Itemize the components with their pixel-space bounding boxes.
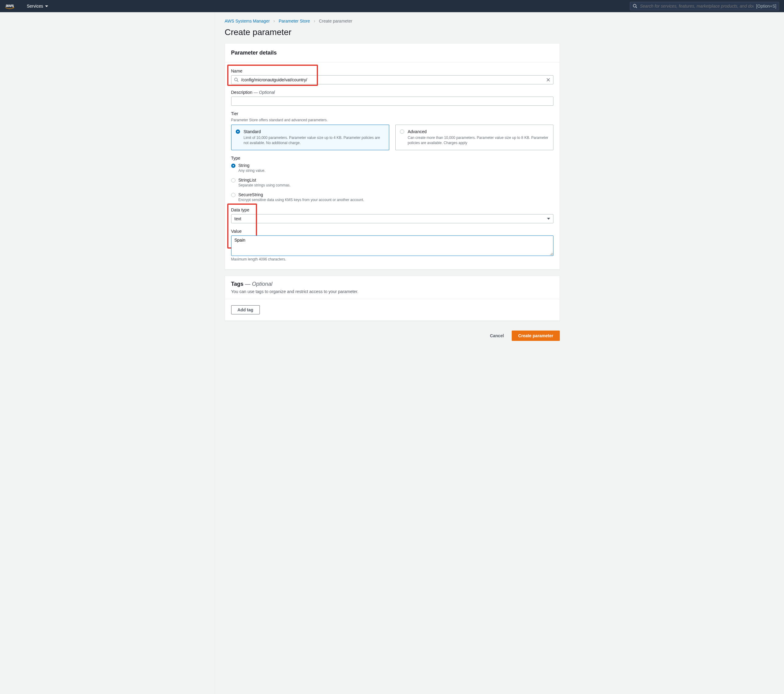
breadcrumb-chevron-icon: ›	[273, 18, 275, 24]
tags-optional: — Optional	[243, 281, 272, 287]
svg-line-3	[237, 81, 238, 82]
svg-line-1	[636, 7, 637, 8]
search-icon	[234, 77, 239, 82]
svg-point-0	[633, 4, 636, 7]
resize-handle-icon[interactable]	[550, 252, 552, 255]
name-label: Name	[231, 69, 553, 73]
add-tag-button[interactable]: Add tag	[231, 305, 260, 315]
type-stringlist-radio[interactable]: StringList Separate strings using commas…	[231, 178, 553, 187]
datatype-value: text	[234, 216, 242, 221]
global-search-input[interactable]	[640, 4, 754, 8]
radio-icon	[231, 163, 236, 168]
aws-logo[interactable]: aws	[5, 3, 15, 10]
cancel-button[interactable]: Cancel	[486, 331, 508, 341]
tier-advanced-card[interactable]: Advanced Can create more than 10,000 par…	[395, 125, 553, 150]
tier-advanced-desc: Can create more than 10,000 parameters. …	[408, 135, 549, 146]
footer-actions: Cancel Create parameter	[215, 327, 570, 351]
type-securestring-desc: Encrypt sensitive data using KMS keys fr…	[239, 198, 364, 202]
type-label: Type	[231, 156, 553, 160]
panel-title-details: Parameter details	[231, 49, 553, 56]
value-textarea[interactable]	[234, 237, 550, 253]
tier-helper: Parameter Store offers standard and adva…	[231, 118, 553, 122]
type-stringlist-desc: Separate strings using commas.	[239, 183, 291, 187]
radio-icon	[236, 130, 240, 134]
search-icon	[632, 4, 637, 8]
clear-icon[interactable]	[546, 77, 551, 82]
description-input[interactable]	[234, 99, 551, 104]
chevron-down-icon	[45, 5, 48, 7]
datatype-label: Data type	[231, 208, 553, 213]
services-label: Services	[27, 4, 43, 8]
create-parameter-button[interactable]: Create parameter	[512, 331, 560, 341]
type-stringlist-label: StringList	[239, 178, 291, 183]
type-securestring-label: SecureString	[239, 192, 364, 197]
services-menu[interactable]: Services	[27, 4, 48, 8]
tier-standard-title: Standard	[244, 129, 385, 134]
breadcrumb-parameter-store[interactable]: Parameter Store	[279, 18, 310, 23]
value-helper: Maximum length 4096 characters.	[231, 257, 553, 261]
breadcrumb-chevron-icon: ›	[314, 18, 315, 24]
radio-icon	[400, 130, 404, 134]
value-textarea-wrapper	[231, 236, 553, 256]
chevron-down-icon	[547, 218, 550, 220]
page-title: Create parameter	[215, 27, 570, 43]
name-input[interactable]	[241, 77, 544, 82]
tier-advanced-title: Advanced	[408, 129, 549, 134]
aws-logo-swoosh	[5, 7, 15, 10]
type-securestring-radio[interactable]: SecureString Encrypt sensitive data usin…	[231, 192, 553, 202]
tags-title: Tags	[231, 281, 244, 287]
tier-label: Tier	[231, 111, 553, 116]
description-label: Description — Optional	[231, 90, 553, 95]
global-search[interactable]: [Option+S]	[630, 2, 779, 10]
description-input-wrapper	[231, 97, 553, 106]
radio-icon	[231, 193, 236, 197]
radio-icon	[231, 178, 236, 183]
type-string-label: String	[239, 163, 265, 168]
search-shortcut: [Option+S]	[756, 4, 776, 8]
tier-standard-desc: Limit of 10,000 parameters. Parameter va…	[244, 135, 385, 146]
type-string-radio[interactable]: String Any string value.	[231, 163, 553, 173]
type-string-desc: Any string value.	[239, 168, 265, 173]
tags-panel: Tags — Optional You can use tags to orga…	[225, 276, 560, 321]
tier-standard-card[interactable]: Standard Limit of 10,000 parameters. Par…	[231, 125, 389, 150]
svg-point-2	[234, 78, 237, 81]
name-input-wrapper	[231, 75, 553, 84]
top-nav: aws Services [Option+S]	[0, 0, 784, 12]
breadcrumb-current: Create parameter	[319, 18, 352, 23]
breadcrumb: AWS Systems Manager › Parameter Store › …	[215, 12, 570, 27]
parameter-details-panel: Parameter details Name	[225, 43, 560, 270]
breadcrumb-root[interactable]: AWS Systems Manager	[225, 18, 270, 23]
tags-desc: You can use tags to organize and restric…	[231, 289, 553, 294]
datatype-select[interactable]: text	[231, 214, 553, 223]
value-label: Value	[231, 229, 553, 234]
